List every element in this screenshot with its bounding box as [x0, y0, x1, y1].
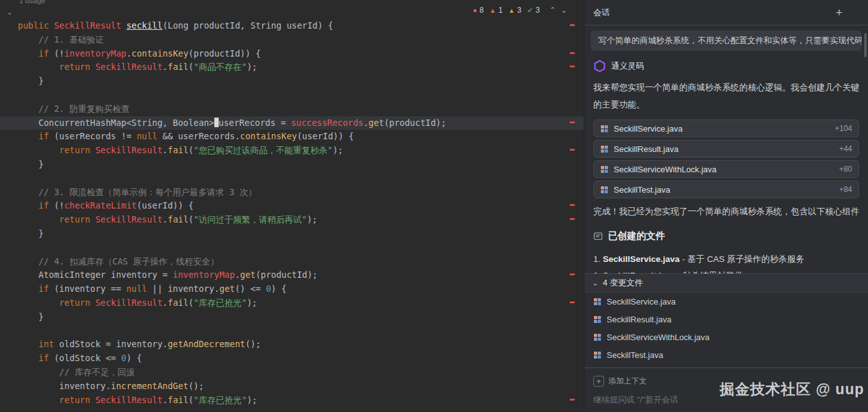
code-line[interactable]: return SeckillResult.fail("库存已抢光"); [0, 296, 584, 310]
code-token: . [163, 62, 168, 72]
code-editor[interactable]: 1 usage ⌄ public SeckillResult seckill(L… [0, 0, 584, 412]
java-file-icon [593, 351, 602, 359]
code-line[interactable]: if (!checkRateLimit(userId)) { [0, 199, 584, 213]
code-token [18, 62, 59, 72]
file-card[interactable]: SeckillResult.java +44 [593, 140, 859, 158]
tongyi-logo-icon [593, 60, 606, 72]
code-line[interactable]: return SeckillResult.fail("您已购买过该商品，不能重复… [0, 144, 584, 158]
code-token: && userRecords. [157, 131, 240, 141]
error-count[interactable]: ●8 [472, 6, 483, 15]
code-lines: public SeckillResult seckill(Long produc… [0, 19, 584, 407]
code-token: get [369, 118, 384, 128]
error-stripe-mark[interactable] [570, 218, 575, 220]
assistant-intro: 我来帮您实现一个简单的商城秒杀系统的核心逻辑。我会创建几个关键类来 的主要功能。 [593, 79, 859, 113]
code-token: oldStock = inventory. [54, 339, 168, 349]
files-icon [593, 231, 603, 241]
error-stripe-mark[interactable] [570, 65, 575, 67]
code-token [121, 20, 127, 31]
next-problem-button[interactable]: ⌄ [561, 6, 567, 15]
code-token: if [39, 200, 49, 210]
changed-file-row[interactable]: SeckillServiceWithLock.java [584, 328, 868, 346]
code-token: . [163, 395, 168, 405]
code-token: incrementAndGet [111, 381, 188, 391]
java-file-icon [593, 315, 602, 324]
code-line[interactable]: } [0, 158, 584, 172]
usage-inlay-hint[interactable]: 1 usage [19, 0, 45, 4]
code-token: return [59, 298, 95, 308]
code-line[interactable]: int oldStock = inventory.getAndDecrement… [0, 338, 584, 352]
code-token: if [39, 131, 49, 141]
fold-arrow-icon[interactable]: ⌄ [6, 8, 13, 17]
assistant-message: 通义灵码 我来帮您实现一个简单的商城秒杀系统的核心逻辑。我会创建几个关键类来 的… [584, 60, 868, 284]
code-token: if [39, 353, 49, 363]
code-line[interactable]: } [0, 310, 584, 324]
error-stripe-mark[interactable] [570, 149, 575, 151]
code-token [18, 214, 59, 224]
code-line[interactable]: if (inventory == null || inventory.get()… [0, 282, 584, 296]
new-session-icon[interactable]: + [836, 6, 843, 18]
code-line[interactable]: // 1. 基础验证 [0, 33, 584, 47]
code-line[interactable] [0, 88, 584, 102]
code-token: . [163, 214, 168, 224]
warning-count[interactable]: ▲3 [508, 6, 521, 15]
code-line[interactable]: AtomicInteger inventory = inventoryMap.g… [0, 268, 584, 282]
error-stripe-mark[interactable] [570, 24, 575, 26]
code-token: AtomicInteger inventory = [18, 270, 173, 280]
error-stripe-mark[interactable] [570, 204, 575, 206]
code-token: fail [168, 298, 189, 308]
generated-file-cards: SeckillService.java +104 SeckillResult.j… [593, 120, 859, 198]
code-token: (inventory == [49, 284, 127, 294]
error-stripe-mark[interactable] [570, 273, 575, 275]
code-line[interactable]: if (userRecords != null && userRecords.c… [0, 130, 584, 144]
code-line[interactable] [0, 172, 584, 186]
error-stripe-mark[interactable] [570, 399, 575, 401]
code-token: fail [168, 145, 189, 155]
code-line[interactable]: return SeckillResult.fail("访问过于频繁，请稍后再试"… [0, 213, 584, 227]
code-line[interactable]: // 4. 扣减库存（CAS 原子操作，线程安全） [0, 255, 584, 269]
passed-count[interactable]: ✔3 [527, 6, 540, 15]
code-line[interactable]: return SeckillResult.fail("商品不存在"); [0, 60, 584, 74]
code-line[interactable]: public SeckillResult seckill(Long produc… [0, 19, 584, 33]
code-line[interactable]: return SeckillResult.fail("库存已抢光"); [0, 394, 584, 408]
code-token: get [219, 284, 235, 294]
code-line[interactable] [0, 241, 584, 255]
code-token: seckill [127, 20, 163, 31]
code-line[interactable]: if (oldStock <= 0) { [0, 352, 584, 366]
code-token: containsKey [240, 131, 297, 141]
code-line[interactable]: inventory.incrementAndGet(); [0, 380, 584, 394]
changed-files-header[interactable]: ⌄ 4 变更文件 [584, 274, 868, 292]
code-line[interactable]: // 2. 防重复购买检查 [0, 102, 584, 116]
changed-file-row[interactable]: SeckillTest.java [584, 346, 868, 364]
weak-warning-count[interactable]: ▲1 [490, 6, 503, 15]
code-token: (productId)) { [188, 48, 261, 58]
changed-file-row[interactable]: SeckillService.java [584, 292, 868, 310]
code-line[interactable]: // 库存不足，回滚 [0, 366, 584, 380]
code-token: } [18, 228, 44, 238]
added-lines-count: +104 [835, 124, 852, 133]
code-token: getAndDecrement [168, 339, 245, 349]
code-token: . [163, 145, 168, 155]
code-token: . [363, 118, 368, 128]
code-line[interactable]: } [0, 74, 584, 88]
file-card[interactable]: SeckillServiceWithLock.java +80 [593, 160, 859, 178]
inspections-widget: ●8 ▲1 ▲3 ✔3 ⌃ ⌄ [472, 6, 567, 15]
file-card[interactable]: SeckillService.java +104 [593, 120, 859, 137]
error-stripe-mark[interactable] [570, 121, 575, 123]
code-token: return [59, 145, 95, 155]
add-context-button[interactable]: + 添加上下文 [593, 376, 647, 387]
code-line[interactable]: ConcurrentHashMap<String, Boolean>userRe… [0, 116, 584, 130]
code-line[interactable]: } [0, 227, 584, 241]
error-stripe-mark[interactable] [570, 301, 575, 303]
changed-file-row[interactable]: SeckillResult.java [584, 310, 868, 328]
assistant-name: 通义灵码 [611, 60, 644, 72]
error-stripe-mark[interactable] [570, 52, 575, 54]
code-line[interactable]: // 3. 限流检查（简单示例：每个用户最多请求 3 次） [0, 186, 584, 200]
code-token: return [59, 62, 95, 72]
chat-scrollbar[interactable] [864, 33, 867, 57]
file-card[interactable]: SeckillTest.java +84 [593, 181, 859, 198]
prev-problem-button[interactable]: ⌃ [549, 6, 556, 15]
code-line[interactable]: if (!inventoryMap.containsKey(productId)… [0, 47, 584, 61]
code-token: "库存已抢光" [193, 395, 247, 405]
code-line[interactable] [0, 324, 584, 338]
code-token: . [163, 298, 168, 308]
